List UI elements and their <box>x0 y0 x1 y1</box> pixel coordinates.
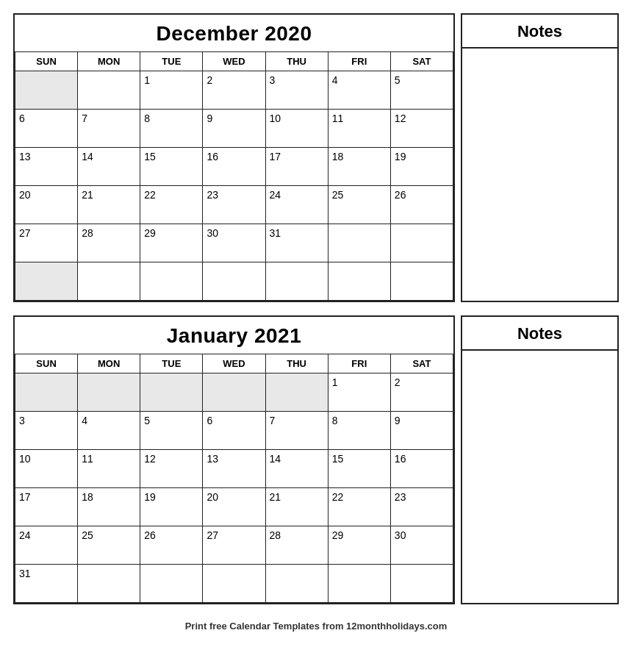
calendar-cell: 14 <box>265 450 328 488</box>
calendar-cell <box>203 565 265 603</box>
calendar-cell <box>390 262 453 301</box>
january-section: January 2021 SUNMONTUEWEDTHUFRISAT 12345… <box>13 315 619 604</box>
calendar-cell: 27 <box>15 224 78 262</box>
calendar-cell: 24 <box>15 526 78 565</box>
calendar-cell: 9 <box>390 412 453 450</box>
calendar-cell: 29 <box>140 224 203 262</box>
calendar-cell: 6 <box>15 110 78 148</box>
calendar-cell: 5 <box>140 412 203 450</box>
calendar-cell: 20 <box>15 186 78 224</box>
calendar-cell: 15 <box>328 450 390 488</box>
january-notes: Notes <box>461 315 619 604</box>
day-header: FRI <box>328 52 390 71</box>
calendar-cell: 22 <box>328 488 390 526</box>
calendar-cell <box>140 373 203 412</box>
table-row: 31 <box>15 565 453 603</box>
calendar-cell <box>15 71 78 110</box>
calendar-cell <box>328 565 390 603</box>
calendar-cell: 16 <box>390 450 453 488</box>
calendar-cell: 5 <box>390 71 453 110</box>
calendar-cell: 21 <box>265 488 328 526</box>
day-header: WED <box>203 354 265 373</box>
calendar-cell <box>328 224 390 262</box>
day-header: SAT <box>390 52 453 71</box>
table-row: 24252627282930 <box>15 526 453 565</box>
december-calendar: December 2020 SUNMONTUEWEDTHUFRISAT 1234… <box>13 13 455 302</box>
table-row: 6789101112 <box>15 110 453 148</box>
calendar-cell: 26 <box>140 526 203 565</box>
calendar-cell <box>15 262 78 301</box>
calendar-cell: 23 <box>203 186 265 224</box>
table-row: 20212223242526 <box>15 186 453 224</box>
calendar-cell: 7 <box>265 412 328 450</box>
calendar-cell <box>140 565 203 603</box>
calendar-cell: 28 <box>265 526 328 565</box>
table-row: 2728293031 <box>15 224 453 262</box>
calendar-cell: 13 <box>203 450 265 488</box>
table-row: 10111213141516 <box>15 450 453 488</box>
calendar-cell: 4 <box>78 412 140 450</box>
calendar-cell <box>265 262 328 301</box>
calendar-cell: 2 <box>390 373 453 412</box>
calendar-cell <box>140 262 203 301</box>
calendar-cell: 4 <box>328 71 390 110</box>
calendar-cell <box>78 262 140 301</box>
calendar-cell: 16 <box>203 148 265 186</box>
calendar-cell: 11 <box>328 110 390 148</box>
calendar-cell <box>203 262 265 301</box>
calendar-cell: 25 <box>328 186 390 224</box>
calendar-cell: 19 <box>390 148 453 186</box>
january-notes-title: Notes <box>462 317 617 351</box>
footer-brand: 12monthholidays.com <box>346 621 447 632</box>
footer: Print free Calendar Templates from 12mon… <box>13 621 619 632</box>
table-row: 3456789 <box>15 412 453 450</box>
calendar-cell: 29 <box>328 526 390 565</box>
day-header: SUN <box>15 52 78 71</box>
calendar-cell: 27 <box>203 526 265 565</box>
calendar-cell: 6 <box>203 412 265 450</box>
calendar-cell: 30 <box>203 224 265 262</box>
january-notes-body[interactable] <box>462 351 617 603</box>
calendar-cell <box>203 373 265 412</box>
calendar-cell: 9 <box>203 110 265 148</box>
calendar-cell: 17 <box>265 148 328 186</box>
footer-text: Print free Calendar Templates from <box>185 621 346 632</box>
calendar-cell: 7 <box>78 110 140 148</box>
calendar-cell: 31 <box>15 565 78 603</box>
december-notes: Notes <box>461 13 619 302</box>
calendar-cell: 20 <box>203 488 265 526</box>
calendar-cell <box>78 373 140 412</box>
day-header: WED <box>203 52 265 71</box>
day-header: MON <box>78 52 140 71</box>
table-row: 12 <box>15 373 453 412</box>
calendar-cell <box>390 565 453 603</box>
calendar-cell: 12 <box>390 110 453 148</box>
january-title: January 2021 <box>15 317 453 354</box>
december-notes-body[interactable] <box>462 49 617 301</box>
calendar-cell: 23 <box>390 488 453 526</box>
day-header: THU <box>265 52 328 71</box>
calendar-cell: 15 <box>140 148 203 186</box>
calendar-cell <box>78 71 140 110</box>
table-row <box>15 262 453 301</box>
table-row: 12345 <box>15 71 453 110</box>
calendar-cell <box>328 262 390 301</box>
table-row: 13141516171819 <box>15 148 453 186</box>
calendar-cell: 31 <box>265 224 328 262</box>
calendar-cell: 10 <box>15 450 78 488</box>
calendar-cell: 2 <box>203 71 265 110</box>
calendar-cell: 12 <box>140 450 203 488</box>
calendar-cell: 28 <box>78 224 140 262</box>
december-notes-title: Notes <box>462 15 617 49</box>
calendar-cell: 26 <box>390 186 453 224</box>
calendar-cell: 8 <box>140 110 203 148</box>
january-table: SUNMONTUEWEDTHUFRISAT 123456789101112131… <box>15 354 453 603</box>
calendar-cell: 3 <box>265 71 328 110</box>
table-row: 17181920212223 <box>15 488 453 526</box>
calendar-cell: 3 <box>15 412 78 450</box>
calendar-cell <box>265 565 328 603</box>
december-table: SUNMONTUEWEDTHUFRISAT 123456789101112131… <box>15 51 453 301</box>
calendar-cell: 11 <box>78 450 140 488</box>
day-header: TUE <box>140 354 203 373</box>
calendar-cell <box>78 565 140 603</box>
